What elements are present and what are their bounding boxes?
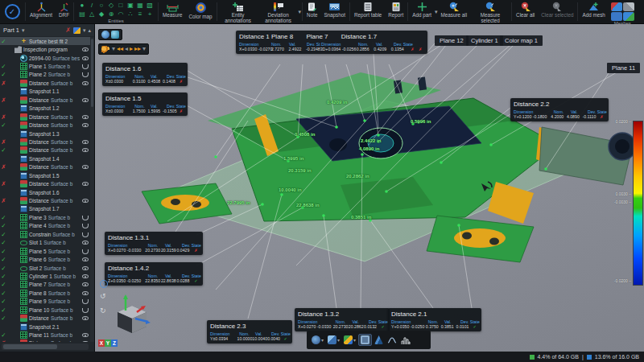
color-map-button[interactable]: Color map (186, 0, 216, 23)
annotation-panel-distance-1-7[interactable]: Distance 1 Plane 8 Plane 7 Distance 1.7 … (236, 31, 427, 54)
row-visibility-icon[interactable] (81, 105, 89, 112)
entity-type-icon[interactable]: ○ (97, 1, 106, 10)
row-visibility-icon[interactable] (81, 231, 89, 238)
rotate-ccw-icon[interactable]: ↺ (100, 293, 106, 300)
tree-row[interactable]: Snapshot 1.5 (0, 171, 90, 179)
row-visibility-icon[interactable] (81, 281, 89, 288)
tree-row[interactable]: Snapshot 1.1 (0, 88, 90, 96)
entity-type-icon[interactable]: □ (116, 1, 126, 10)
entity-type-icon[interactable]: + (145, 10, 155, 19)
tree-row[interactable]: Slot 1 Surface b (0, 239, 90, 247)
tree-row[interactable]: Snapshot 1.6 (0, 188, 90, 196)
nav-cube[interactable] (108, 291, 158, 338)
entity-type-icon[interactable]: ▣ (126, 1, 135, 10)
deviation-annotations-button[interactable]: Deviation annotations (258, 0, 299, 23)
tree-row[interactable]: Distance Surface b (0, 113, 90, 121)
annotation-panel-distance-1-6[interactable]: Distance 1.6 DimensionNom.Val.Dev. State… (102, 63, 188, 86)
tree-row[interactable]: Plane 8 Surface b (0, 289, 90, 297)
row-visibility-icon[interactable] (81, 80, 89, 87)
tree-row[interactable]: Plane 4 Surface b (0, 222, 90, 230)
row-visibility-icon[interactable] (81, 315, 89, 322)
tree-row[interactable]: Snapshot 1.4 (0, 154, 90, 162)
annotation-panel-distance-1-3-1[interactable]: Distance 1.3.1 DimensionNom.Val.Dev. Sta… (105, 232, 203, 255)
chip-color-map-1[interactable]: Color map 1 (500, 35, 543, 46)
tree-row[interactable]: Distance Surface b (0, 96, 90, 104)
mesh-square-icon[interactable] (611, 12, 622, 21)
tree-row[interactable]: Surface best fit 2 (0, 37, 90, 45)
annotation-panel-distance-1-5[interactable]: Distance 1.5 DimensionNom.Val.Dev. State… (102, 93, 188, 116)
row-visibility-icon[interactable] (81, 222, 89, 229)
chip-plane-11[interactable]: Plane 11 (607, 63, 640, 73)
row-visibility-icon[interactable] (81, 256, 89, 263)
row-visibility-icon[interactable] (81, 214, 89, 221)
annotation-panel-distance-1-3-2[interactable]: Distance 1.3.2 DimensionNom.Val.Dev. Sta… (295, 308, 390, 331)
report-table-button[interactable]: Report table (351, 0, 385, 23)
row-visibility-icon[interactable] (81, 97, 89, 104)
row-visibility-icon[interactable] (81, 189, 89, 196)
annotation-panel-distance-2-2[interactable]: Distance 2.2 DimensionNom.Val.Dev. State… (510, 98, 609, 121)
row-visibility-icon[interactable] (81, 205, 89, 212)
part-selector-dropdown[interactable]: ▾ (22, 27, 25, 34)
play-forward-icon[interactable]: ▸ (130, 45, 133, 53)
tree-row[interactable]: Snapshot 1.2 (0, 105, 90, 113)
annotation-panel-distance-2-1[interactable]: Distance 2.1 DimensionNom.Val.Dev. State… (388, 308, 481, 331)
part-selector[interactable]: Part 1 (3, 27, 19, 34)
tree-row[interactable]: Plane 5 Surface b (0, 247, 90, 255)
playback-dropdown[interactable]: ▾ (142, 45, 146, 53)
chip-plane-12[interactable]: Plane 12 (435, 35, 469, 46)
mouse-help-icon[interactable]: ? (100, 280, 108, 288)
tree-row[interactable]: Distance Surface b (0, 79, 90, 87)
tree-row[interactable]: Plane 3 Surface b (0, 213, 90, 221)
measure-all-button[interactable]: Measure all (438, 0, 471, 23)
deviation-annotations-dropdown[interactable]: ▾ (299, 9, 302, 15)
entity-type-icon[interactable]: ▦ (135, 1, 145, 10)
entity-type-icon[interactable]: ▤ (77, 10, 87, 19)
entity-type-icon[interactable]: ∴ (126, 10, 135, 19)
clip-view-button[interactable] (373, 335, 385, 345)
note-button[interactable]: Note (303, 0, 320, 23)
tree-row[interactable]: Distance Surface b (0, 121, 90, 129)
entity-type-icon[interactable]: / (87, 1, 97, 10)
entity-type-icon[interactable]: ◇ (106, 1, 116, 10)
tree-row[interactable]: Constrain Surface b (0, 230, 90, 238)
color-filter-icon[interactable] (73, 27, 80, 34)
tree-row[interactable]: Snapshot 1.7 (0, 205, 90, 213)
row-visibility-icon[interactable] (81, 146, 89, 154)
mesh-flag-icon[interactable] (611, 2, 622, 11)
entity-type-icon[interactable]: ⊕ (106, 10, 116, 19)
row-visibility-icon[interactable] (81, 306, 89, 314)
row-visibility-icon[interactable] (81, 298, 89, 305)
report-button[interactable]: Report (385, 0, 407, 23)
skip-back-icon[interactable]: ◂◂ (117, 45, 123, 53)
tree-row[interactable]: Distance Surface b (0, 314, 90, 322)
add-part-button[interactable]: Add part (409, 0, 435, 23)
entity-type-icon[interactable]: ≡ (135, 10, 145, 19)
snapshot-view-button[interactable] (358, 334, 372, 346)
clear-all-button[interactable]: Clear all (513, 0, 538, 23)
tree-row[interactable]: Plane 6 Surface b (0, 255, 90, 263)
row-visibility-icon[interactable] (81, 248, 89, 255)
probe-device-icon[interactable] (101, 46, 110, 53)
surface-display-icon[interactable] (101, 31, 109, 39)
curve-view-button[interactable] (386, 335, 398, 346)
axis-labels[interactable]: XYZ (98, 339, 118, 347)
row-visibility-icon[interactable] (81, 239, 89, 246)
tree-row[interactable]: Plane 9 Surface b (0, 298, 90, 306)
row-visibility-icon[interactable] (81, 163, 89, 171)
tree-row[interactable]: Inspection program (0, 45, 90, 53)
row-visibility-icon[interactable] (81, 46, 89, 53)
row-visibility-icon[interactable] (81, 323, 89, 331)
row-visibility-icon[interactable] (81, 121, 89, 129)
mesh-scissors-icon[interactable] (623, 2, 634, 11)
tree-row[interactable]: Snapshot 2.1 (0, 323, 90, 331)
tree-row[interactable]: Snapshot 1.3 (0, 130, 90, 138)
tree-row[interactable]: Slot 2 Surface b (0, 264, 90, 272)
device-dropdown[interactable]: ▾ (112, 45, 115, 53)
entity-annotations-button[interactable]: Entity annotations (218, 0, 258, 23)
tree-row[interactable]: Plane 11 Surface b (0, 331, 90, 339)
tree-row[interactable]: Distance Surface b (0, 146, 90, 154)
row-visibility-icon[interactable] (81, 180, 89, 187)
entity-type-icon[interactable]: ◆ (97, 10, 106, 19)
mesh-style-button[interactable]: ▾ (310, 335, 325, 345)
row-visibility-icon[interactable] (81, 38, 89, 45)
